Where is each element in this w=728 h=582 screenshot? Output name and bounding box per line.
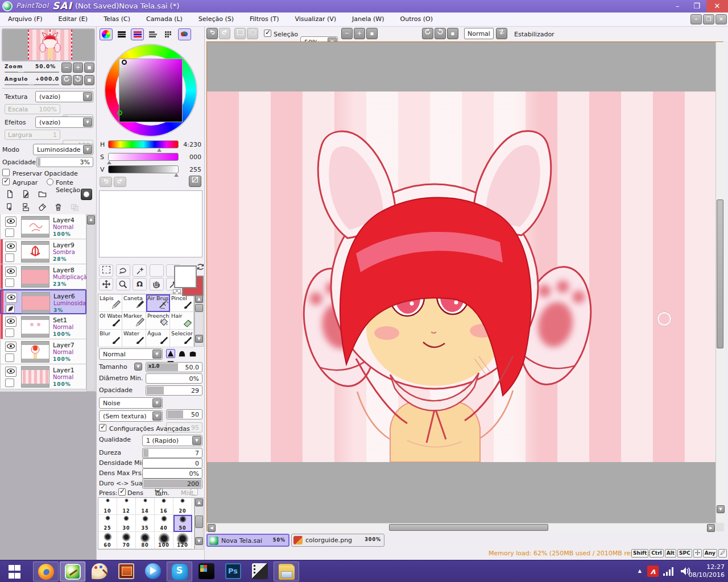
canvas-zoom-reset-button[interactable]: ▪ <box>366 28 378 39</box>
layer-row-Set1[interactable]: Set1Normal100% <box>0 314 86 339</box>
dropdown-arrow-icon[interactable]: ▼ <box>152 350 162 359</box>
value-slider[interactable] <box>108 165 179 173</box>
navigator-thumbnail[interactable] <box>2 28 95 61</box>
color-wheel-tab[interactable] <box>100 28 113 40</box>
network-signal-icon[interactable] <box>663 567 675 576</box>
brush-size-100[interactable]: 100 <box>155 532 173 549</box>
brush-size-25[interactable]: 25 <box>98 515 117 532</box>
clear-layer-button[interactable] <box>36 202 48 213</box>
brush-air-brus[interactable]: Air Brus <box>146 294 170 312</box>
zoom-reset-button[interactable]: ▪ <box>84 63 94 73</box>
layer-sub-checkbox[interactable] <box>5 228 14 237</box>
efeitos-dropdown[interactable]: (vazio)▼ <box>35 117 93 128</box>
brush-caneta[interactable]: Caneta <box>122 294 146 312</box>
edge-noise-dropdown[interactable]: Noise▼ <box>99 397 163 409</box>
sv-marker[interactable] <box>122 60 127 65</box>
canvas-rotate-ccw-button[interactable] <box>422 28 433 39</box>
scroll-up-icon[interactable]: ▲ <box>195 295 203 303</box>
scratchpad-undo-button[interactable] <box>100 177 112 187</box>
menu-item-6[interactable]: Visualizar (V) <box>287 13 345 27</box>
rgb-slider-tab[interactable] <box>131 28 144 40</box>
dropdown-arrow-icon[interactable]: ▼ <box>152 411 162 421</box>
undo-button[interactable] <box>206 28 218 39</box>
zoom-out-button[interactable]: − <box>61 63 72 73</box>
brush-texture-dropdown[interactable]: (Sem textura)▼ <box>99 410 163 422</box>
swap-colors-icon[interactable] <box>197 263 204 272</box>
taskbar-videoeditor-icon[interactable] <box>247 562 272 581</box>
layer-opacity-slider[interactable]: 3% <box>36 157 93 167</box>
brush-l-pis[interactable]: Lápis <box>98 294 122 312</box>
pen-mode-icon[interactable] <box>718 549 727 558</box>
taskbar-skype-icon[interactable]: S <box>167 562 192 581</box>
brush-water[interactable]: Water <box>122 330 146 347</box>
scroll-up-icon[interactable]: ▲ <box>87 215 95 225</box>
move-tool[interactable] <box>99 278 113 290</box>
horizontal-scrollbar[interactable]: ◀ ▶ <box>207 523 715 531</box>
brush-selecior[interactable]: Selecior <box>170 330 194 347</box>
marquee-tool[interactable] <box>99 264 113 277</box>
paper-quality-button[interactable] <box>81 189 92 200</box>
layer-sub-checkbox[interactable] <box>5 329 14 337</box>
layer-visibility-toggle[interactable] <box>5 342 16 352</box>
canvas-view[interactable] <box>207 42 715 523</box>
dropdown-arrow-icon[interactable]: ▼ <box>83 92 92 101</box>
scroll-down-icon[interactable]: ▼ <box>195 537 203 545</box>
brush-size-12[interactable]: 12 <box>117 498 136 515</box>
layer-row-Layer6[interactable]: Layer6Luminosidade3% <box>0 289 86 314</box>
brush-ol-water[interactable]: Ol Water <box>98 312 122 330</box>
delete-layer-button[interactable] <box>52 202 65 213</box>
dropdown-arrow-icon[interactable]: ▼ <box>83 118 92 127</box>
mdi-minimize-button[interactable]: – <box>690 14 702 24</box>
menu-item-1[interactable]: Editar (E) <box>51 13 96 27</box>
brush-blur[interactable]: Blur <box>98 330 122 347</box>
layer-visibility-toggle[interactable] <box>5 367 16 377</box>
layers-scrollbar[interactable]: ▲ <box>86 214 96 392</box>
navigator-angle-slider-handle[interactable] <box>28 80 34 85</box>
navigator-zoom-slider-handle[interactable] <box>18 68 24 72</box>
modifier-key-ctrl[interactable]: Ctrl <box>650 549 663 558</box>
layer-sub-checkbox[interactable] <box>5 253 14 262</box>
textura-dropdown[interactable]: (vazio)▼ <box>35 91 93 102</box>
scroll-up-icon[interactable]: ▲ <box>195 498 203 506</box>
brush-size-120[interactable]: 120 <box>173 532 192 549</box>
diametro-slider[interactable]: 0% <box>146 373 202 384</box>
preservar-opacidade-checkbox[interactable] <box>2 169 10 176</box>
rotate-cw-button[interactable] <box>73 75 83 85</box>
zoom-tool[interactable] <box>116 278 130 290</box>
hue-marker[interactable] <box>117 110 122 115</box>
document-tab-0[interactable]: Nova Tela.sai50% <box>206 534 289 547</box>
new-layer-button[interactable] <box>3 189 16 200</box>
tray-expand-icon[interactable]: ▲ <box>638 568 642 573</box>
menu-item-3[interactable]: Camada (L) <box>138 13 191 27</box>
transfer-down-button[interactable] <box>3 202 16 213</box>
dropdown-arrow-icon[interactable]: ▼ <box>152 398 162 408</box>
hue-slider[interactable] <box>108 140 179 148</box>
dureza-slider[interactable]: 7 <box>142 448 202 458</box>
taskbar-mediaplayer-icon[interactable] <box>140 562 166 581</box>
menu-item-4[interactable]: Seleção (S) <box>191 13 242 27</box>
layer-visibility-toggle[interactable] <box>5 267 16 277</box>
brush-size-16[interactable]: 16 <box>155 498 173 515</box>
menu-item-5[interactable]: Filtros (T) <box>242 13 287 27</box>
swatches-tab[interactable] <box>162 28 175 40</box>
menu-item-7[interactable]: Janela (W) <box>344 13 392 27</box>
scratchpad-redo-button[interactable] <box>114 177 126 187</box>
brush-shape-hard-triangle[interactable] <box>166 349 175 358</box>
brush-shape-round[interactable] <box>177 349 187 358</box>
rotate-view-tool[interactable]: Ω <box>133 278 147 290</box>
brush-hair[interactable]: Hair <box>170 312 194 330</box>
modifier-key-alt[interactable]: Alt <box>665 549 676 558</box>
hue-slider-handle[interactable] <box>157 148 162 152</box>
scratchpad-canvas[interactable] <box>99 190 202 257</box>
vertical-scrollbar-thumb[interactable] <box>717 199 723 348</box>
duro-suave-slider[interactable]: 200 <box>142 479 202 489</box>
magic-wand-tool[interactable] <box>133 264 147 277</box>
agrupar-checkbox[interactable] <box>2 178 10 185</box>
hsv-slider-tab[interactable] <box>147 28 160 40</box>
pan-mode-icon[interactable] <box>693 549 702 558</box>
new-folder-button[interactable] <box>36 189 48 200</box>
restore-button[interactable]: ❐ <box>687 0 706 13</box>
layer-row-Layer7[interactable]: Layer7Normal100% <box>0 339 86 364</box>
canvas-rotate-cw-button[interactable] <box>435 28 446 39</box>
brush-size-60[interactable]: 60 <box>98 532 117 549</box>
